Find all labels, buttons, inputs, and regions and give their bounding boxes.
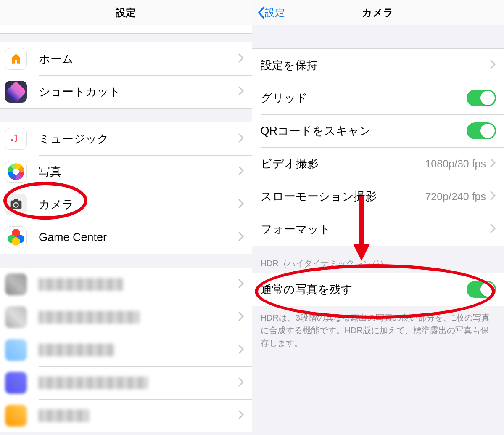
row-app-4[interactable] bbox=[0, 366, 252, 399]
row-label: 通常の写真を残す bbox=[261, 282, 467, 297]
app-icon bbox=[5, 339, 27, 361]
chevron-right-icon bbox=[490, 223, 496, 236]
chevron-right-icon bbox=[238, 409, 244, 422]
row-label: グリッド bbox=[261, 90, 467, 106]
row-label: フォーマット bbox=[261, 222, 491, 237]
row-qr-scan[interactable]: QRコードをスキャン bbox=[252, 114, 504, 147]
back-label: 設定 bbox=[265, 6, 285, 19]
hdr-footer-text: HDRは、3段階の異なる露出の写真の良い部分を、1枚の写真に合成する機能です。H… bbox=[252, 306, 504, 354]
shortcuts-icon bbox=[5, 81, 27, 103]
row-label: スローモーション撮影 bbox=[261, 189, 425, 204]
chevron-right-icon bbox=[490, 157, 496, 170]
nav-bar: 設定 カメラ bbox=[252, 0, 504, 25]
app-icon bbox=[5, 306, 27, 328]
row-app-3[interactable] bbox=[0, 334, 252, 366]
back-button[interactable]: 設定 bbox=[257, 6, 285, 19]
settings-group-3 bbox=[0, 268, 252, 432]
photos-icon bbox=[5, 161, 27, 183]
row-label-redacted bbox=[39, 278, 123, 291]
row-label-redacted bbox=[39, 409, 89, 422]
chevron-right-icon bbox=[238, 344, 244, 357]
row-app-2[interactable] bbox=[0, 301, 252, 334]
settings-group-2: ミュージック 写真 カメラ Game Center bbox=[0, 122, 252, 254]
settings-screen: 設定 ホーム ショートカット ミュージック 写真 bbox=[0, 0, 252, 435]
camera-group-hdr: 通常の写真を残す bbox=[252, 273, 504, 306]
app-icon bbox=[5, 273, 27, 295]
row-label: 写真 bbox=[39, 164, 238, 179]
chevron-right-icon bbox=[238, 53, 244, 66]
chevron-right-icon bbox=[490, 59, 496, 72]
row-preserve-settings[interactable]: 設定を保持 bbox=[252, 49, 504, 82]
app-icon bbox=[5, 405, 27, 427]
row-photos[interactable]: 写真 bbox=[0, 155, 252, 188]
row-label-redacted bbox=[39, 311, 140, 324]
chevron-right-icon bbox=[238, 278, 244, 291]
keep-normal-toggle[interactable] bbox=[467, 281, 496, 298]
home-icon bbox=[5, 48, 27, 70]
app-icon bbox=[5, 372, 27, 394]
nav-title: カメラ bbox=[362, 6, 393, 19]
settings-group-1: ホーム ショートカット bbox=[0, 42, 252, 109]
row-label-redacted bbox=[39, 377, 148, 389]
row-label-redacted bbox=[39, 344, 114, 356]
chevron-right-icon bbox=[238, 231, 244, 244]
row-record-slomo[interactable]: スローモーション撮影 720p/240 fps bbox=[252, 180, 504, 213]
row-label: ホーム bbox=[39, 51, 238, 66]
chevron-right-icon bbox=[238, 85, 244, 98]
hdr-section-header: HDR（ハイダイナミックレンジ） bbox=[252, 246, 504, 273]
row-camera[interactable]: カメラ bbox=[0, 188, 252, 221]
row-label: QRコードをスキャン bbox=[261, 123, 467, 138]
qr-toggle[interactable] bbox=[467, 122, 496, 139]
row-gamecenter[interactable]: Game Center bbox=[0, 221, 252, 254]
camera-group-1: 設定を保持 グリッド QRコードをスキャン ビデオ撮影 1080p/30 fps… bbox=[252, 48, 504, 246]
row-formats[interactable]: フォーマット bbox=[252, 213, 504, 246]
row-label: Game Center bbox=[39, 231, 238, 244]
row-label: 設定を保持 bbox=[261, 58, 491, 73]
chevron-right-icon bbox=[238, 133, 244, 146]
nav-bar: 設定 bbox=[0, 0, 252, 25]
chevron-right-icon bbox=[238, 198, 244, 211]
chevron-right-icon bbox=[490, 190, 496, 203]
chevron-right-icon bbox=[238, 311, 244, 324]
row-shortcuts[interactable]: ショートカット bbox=[0, 75, 252, 108]
row-grid[interactable]: グリッド bbox=[252, 82, 504, 114]
row-music[interactable]: ミュージック bbox=[0, 122, 252, 155]
row-app-1[interactable] bbox=[0, 268, 252, 301]
nav-title: 設定 bbox=[116, 6, 136, 19]
camera-screen: 設定 カメラ 設定を保持 グリッド QRコードをスキャン ビデオ撮影 1080p… bbox=[252, 0, 504, 435]
music-icon bbox=[5, 128, 27, 150]
row-label: ビデオ撮影 bbox=[261, 156, 425, 171]
row-home[interactable]: ホーム bbox=[0, 42, 252, 75]
row-record-video[interactable]: ビデオ撮影 1080p/30 fps bbox=[252, 147, 504, 180]
chevron-right-icon bbox=[238, 377, 244, 390]
row-keep-normal-photo[interactable]: 通常の写真を残す bbox=[252, 273, 504, 306]
gamecenter-icon bbox=[5, 226, 27, 248]
grid-toggle[interactable] bbox=[467, 90, 496, 106]
row-app-5[interactable] bbox=[0, 399, 252, 432]
row-value: 1080p/30 fps bbox=[425, 158, 486, 170]
camera-icon bbox=[5, 194, 27, 215]
row-label: ミュージック bbox=[39, 131, 238, 146]
chevron-right-icon bbox=[238, 165, 244, 178]
row-label: カメラ bbox=[39, 197, 238, 212]
row-value: 720p/240 fps bbox=[425, 191, 486, 203]
row-label: ショートカット bbox=[39, 84, 238, 99]
